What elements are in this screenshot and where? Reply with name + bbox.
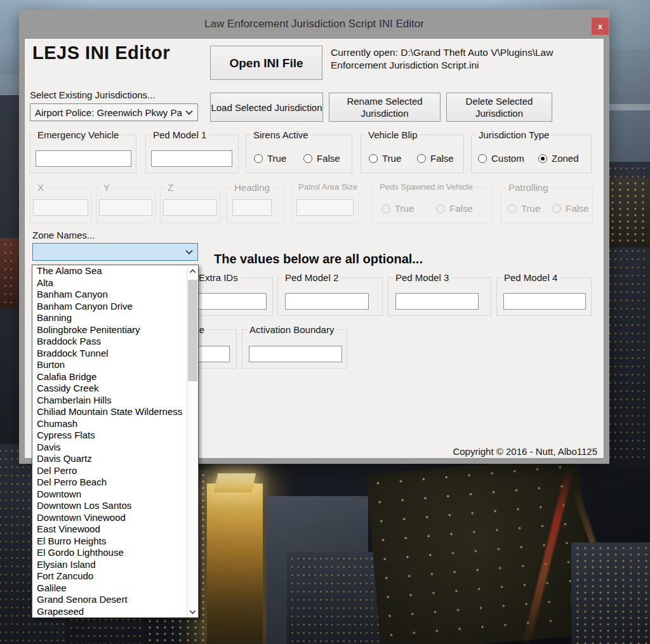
select-jurisdictions-label: Select Existing Jurisdictions... — [30, 89, 156, 100]
close-button[interactable]: x — [592, 18, 609, 35]
radio-icon — [417, 154, 426, 163]
chevron-down-icon — [190, 608, 196, 614]
open-ini-file-button[interactable]: Open INI File — [210, 46, 322, 80]
zoned-radio[interactable]: Zoned — [538, 153, 579, 164]
radio-icon — [369, 154, 378, 163]
zone-list-item[interactable]: Grand Senora Desert — [32, 594, 187, 606]
radio-icon — [381, 204, 390, 213]
emergency-vehicle-group: Emergency Vehicle — [30, 135, 136, 173]
zone-list-item[interactable]: Cypress Flats — [32, 430, 187, 442]
radio-icon — [508, 204, 517, 213]
vehicle-blip-group: Vehicle Blip True False — [361, 135, 464, 173]
ped-model-3-group: Ped Model 3 — [388, 277, 491, 316]
zone-list-item[interactable]: Del Perro — [32, 465, 187, 477]
chevron-down-icon — [185, 247, 192, 254]
sirens-false-radio[interactable]: False — [303, 153, 340, 164]
vehicle-blip-label: Vehicle Blip — [366, 129, 420, 140]
rename-jurisdiction-button[interactable]: Rename Selected Jurisdiction — [329, 93, 441, 122]
zone-list-item[interactable]: Del Perro Beach — [32, 476, 187, 489]
window-titlebar[interactable]: Law Enforcement Jurisdiction Script INI … — [19, 10, 609, 38]
x-label: X — [35, 182, 46, 193]
ped-model-4-label: Ped Model 4 — [501, 272, 560, 283]
vehicle-blip-false-radio[interactable]: False — [417, 153, 454, 164]
ped-model-3-input[interactable] — [395, 293, 479, 310]
scroll-up-button[interactable] — [187, 265, 198, 277]
zone-list-item[interactable]: Elysian Island — [32, 559, 187, 571]
extra-ids-input[interactable] — [197, 293, 267, 310]
y-group: Y — [96, 187, 156, 223]
zone-list-item[interactable]: Galilee — [32, 582, 187, 595]
zone-list-item[interactable]: The Alamo Sea — [32, 265, 187, 277]
z-input — [163, 199, 217, 216]
delete-jurisdiction-button[interactable]: Delete Selected Jurisdiction — [446, 93, 552, 122]
zone-list-item[interactable]: Chamberlain Hills — [32, 395, 187, 407]
custom-radio[interactable]: Custom — [478, 153, 524, 164]
scrollbar-thumb[interactable] — [188, 280, 197, 381]
zone-list-item[interactable]: Downtown — [32, 489, 187, 501]
zone-list-item[interactable]: Downtown Los Santos — [32, 500, 187, 512]
zone-names-combobox[interactable] — [32, 243, 198, 261]
ped-model-2-input[interactable] — [285, 293, 369, 310]
scroll-down-button[interactable] — [187, 606, 198, 617]
x-group: X — [30, 187, 91, 223]
jurisdiction-type-label: Jurisdiction Type — [476, 129, 552, 140]
load-jurisdiction-button[interactable]: Load Selected Jurisdiction — [210, 93, 323, 122]
ped-model-1-label: Ped Model 1 — [150, 129, 209, 140]
zone-list-item[interactable]: Alta — [32, 277, 187, 289]
peds-spawned-true-radio: True — [381, 203, 414, 214]
zone-list-item[interactable]: Braddock Tunnel — [32, 348, 187, 360]
zone-list-item[interactable]: Davis Quartz — [32, 453, 187, 465]
activation-boundary-input[interactable] — [249, 346, 342, 362]
sirens-true-radio[interactable]: True — [254, 153, 286, 164]
zone-list-items: The Alamo SeaAltaBanham CanyonBanham Can… — [32, 265, 187, 617]
radio-icon — [303, 154, 312, 163]
zone-list-item[interactable]: Braddock Pass — [32, 336, 187, 348]
ped-model-4-input[interactable] — [503, 293, 586, 310]
heading-label: Heading — [232, 182, 272, 193]
zone-list-item[interactable]: Banham Canyon Drive — [32, 301, 187, 313]
zone-list-item[interactable]: Fort Zancudo — [32, 570, 187, 582]
zone-list-item[interactable]: El Burro Heights — [32, 536, 187, 548]
patrolling-false-radio: False — [552, 203, 589, 214]
zone-list-item[interactable]: Davis — [32, 442, 187, 454]
emergency-vehicle-label: Emergency Vehicle — [35, 129, 121, 140]
zone-list-item[interactable]: Bolingbroke Penitentiary — [32, 324, 187, 336]
patrol-area-size-group: Patrol Area Size — [291, 187, 359, 223]
zone-list-item[interactable]: Chumash — [32, 418, 187, 430]
ped-model-1-group: Ped Model 1 — [145, 135, 239, 173]
peds-spawned-group: Peds Spawned in Vehicle True False — [372, 187, 492, 223]
y-label: Y — [101, 182, 112, 193]
zone-list-item[interactable]: Chiliad Mountain State Wilderness — [32, 406, 187, 418]
x-input — [33, 199, 88, 216]
radio-icon — [436, 204, 445, 213]
emergency-vehicle-input[interactable] — [36, 150, 131, 167]
window-title: Law Enforcement Jurisdiction Script INI … — [19, 18, 609, 30]
ped-model-2-label: Ped Model 2 — [282, 272, 341, 283]
zone-dropdown-list: The Alamo SeaAltaBanham CanyonBanham Can… — [32, 265, 199, 618]
copyright-text: Copyright © 2016 - Nutt, Albo1125 — [453, 446, 597, 457]
activation-boundary-label: Activation Boundary — [247, 324, 336, 335]
optional-values-note: The values below are all optional... — [214, 252, 423, 266]
jurisdiction-combobox-value: Airport Police: Greenwich Pkwy Pa — [35, 107, 182, 118]
zone-list-item[interactable]: Calafia Bridge — [32, 371, 187, 383]
patrolling-label: Patrolling — [506, 182, 551, 193]
vehicle-blip-true-radio[interactable]: True — [369, 153, 401, 164]
zone-list-item[interactable]: Banham Canyon — [32, 289, 187, 301]
zone-list-item[interactable]: East Vinewood — [32, 523, 187, 536]
zone-list-item[interactable]: Burton — [32, 359, 187, 371]
zone-list-item[interactable]: Banning — [32, 312, 187, 324]
ped-model-1-input[interactable] — [151, 150, 232, 167]
jurisdiction-combobox[interactable]: Airport Police: Greenwich Pkwy Pa — [30, 103, 198, 121]
zone-list-item[interactable]: El Gordo Lighthouse — [32, 547, 187, 559]
radio-selected-icon — [538, 154, 547, 163]
radio-icon — [552, 204, 561, 213]
chevron-up-icon — [190, 268, 196, 275]
zone-list-scrollbar[interactable] — [187, 265, 198, 617]
zone-names-label: Zone Names... — [32, 230, 95, 240]
extra-ids-label: Extra IDs — [196, 272, 241, 283]
zone-list-item[interactable]: Downtown Vinewood — [32, 512, 187, 524]
patrolling-true-radio: True — [508, 203, 540, 214]
zone-list-item[interactable]: Grapeseed — [32, 606, 187, 618]
ped-model-2-group: Ped Model 2 — [277, 277, 383, 316]
zone-list-item[interactable]: Cassidy Creek — [32, 383, 187, 395]
